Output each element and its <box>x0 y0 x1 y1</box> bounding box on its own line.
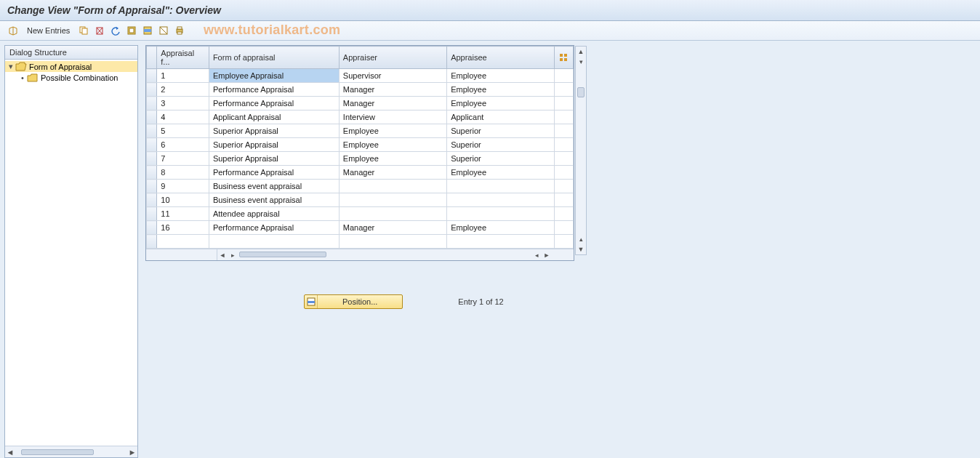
cell-form[interactable]: Business event appraisal <box>209 193 339 207</box>
table-row[interactable]: 9Business event appraisal <box>147 180 574 193</box>
table-row[interactable]: 3Performance AppraisalManagerEmployee <box>147 97 574 111</box>
col-form-of-appraisal[interactable]: Form of appraisal <box>209 47 339 69</box>
other-view-icon[interactable] <box>6 23 20 38</box>
table-row[interactable] <box>147 235 574 249</box>
tree-horizontal-scrollbar[interactable]: ◄ ► <box>5 446 137 457</box>
scroll-up-fast-icon[interactable]: ▾ <box>579 57 583 67</box>
cell-appraisee[interactable] <box>447 193 555 207</box>
cell-appraisee[interactable]: Superior <box>447 152 555 166</box>
tree-item-possible-combination[interactable]: • Possible Combination <box>5 72 137 83</box>
col-appraisee[interactable]: Appraisee <box>447 47 555 69</box>
cell-appraiser[interactable]: Manager <box>339 83 446 97</box>
position-button[interactable]: Position... <box>304 294 403 309</box>
cell-form[interactable]: Superior Appraisal <box>209 124 339 138</box>
row-selector-header[interactable] <box>147 47 157 69</box>
table-row[interactable]: 16Performance AppraisalManagerEmployee <box>147 221 574 235</box>
select-block-icon[interactable] <box>140 23 155 38</box>
table-row[interactable]: 6Superior AppraisalEmployeeSuperior <box>147 138 574 152</box>
col-appraiser[interactable]: Appraiser <box>339 47 446 69</box>
table-settings-icon[interactable] <box>555 47 574 69</box>
row-selector[interactable] <box>147 221 157 235</box>
cell-appraiser[interactable]: Supervisor <box>339 69 446 83</box>
table-row[interactable]: 4Applicant AppraisalInterviewApplicant <box>147 111 574 124</box>
row-selector[interactable] <box>147 83 157 97</box>
cell-appraisee[interactable] <box>447 180 555 193</box>
cell-appraiser[interactable]: Employee <box>339 152 446 166</box>
row-selector[interactable] <box>147 166 157 180</box>
cell-form[interactable]: Performance Appraisal <box>209 221 339 235</box>
cell-appraisee[interactable]: Employee <box>447 166 555 180</box>
cell-id[interactable]: 6 <box>157 138 209 152</box>
tree-item-form-of-appraisal[interactable]: ▾ Form of Appraisal <box>5 61 137 72</box>
deselect-all-icon[interactable] <box>156 23 171 38</box>
cell-id[interactable]: 8 <box>157 166 209 180</box>
table-row[interactable]: 1Employee AppraisalSupervisorEmployee <box>147 69 574 83</box>
cell-id[interactable]: 10 <box>157 193 209 207</box>
scroll-right-fast-icon[interactable]: ◂ <box>531 252 542 259</box>
cell-id[interactable]: 5 <box>157 124 209 138</box>
table-vertical-scrollbar[interactable]: ▲ ▾ ▴ ▼ <box>575 46 587 255</box>
cell-appraiser[interactable]: Manager <box>339 166 446 180</box>
table-row[interactable]: 7Superior AppraisalEmployeeSuperior <box>147 152 574 166</box>
cell-form[interactable]: Superior Appraisal <box>209 152 339 166</box>
table-row[interactable]: 2Performance AppraisalManagerEmployee <box>147 83 574 97</box>
table-row[interactable]: 5Superior AppraisalEmployeeSuperior <box>147 124 574 138</box>
cell-appraiser[interactable] <box>339 235 446 249</box>
row-selector[interactable] <box>147 193 157 207</box>
table-row[interactable]: 10Business event appraisal <box>147 193 574 207</box>
cell-appraiser[interactable]: Interview <box>339 111 446 124</box>
row-selector[interactable] <box>147 235 157 249</box>
scroll-right-icon[interactable]: ► <box>542 252 552 259</box>
cell-form[interactable]: Attendee appraisal <box>209 207 339 221</box>
vscroll-track[interactable] <box>576 67 586 234</box>
row-selector[interactable] <box>147 138 157 152</box>
cell-appraisee[interactable]: Superior <box>447 124 555 138</box>
vscroll-thumb[interactable] <box>577 87 585 97</box>
cell-appraisee[interactable]: Employee <box>447 69 555 83</box>
tree-collapse-icon[interactable]: ▾ <box>7 62 15 71</box>
scroll-left-icon[interactable]: ◄ <box>5 448 15 457</box>
cell-appraiser[interactable] <box>339 193 446 207</box>
cell-form[interactable]: Business event appraisal <box>209 180 339 193</box>
cell-id[interactable]: 7 <box>157 152 209 166</box>
cell-appraiser[interactable] <box>339 180 446 193</box>
cell-id[interactable]: 1 <box>157 69 209 83</box>
print-icon[interactable] <box>172 23 187 38</box>
cell-appraiser[interactable] <box>339 207 446 221</box>
row-selector[interactable] <box>147 207 157 221</box>
row-selector[interactable] <box>147 69 157 83</box>
cell-appraiser[interactable]: Manager <box>339 97 446 111</box>
row-selector[interactable] <box>147 180 157 193</box>
undo-icon[interactable] <box>108 23 123 38</box>
cell-appraiser[interactable]: Employee <box>339 124 446 138</box>
cell-form[interactable]: Performance Appraisal <box>209 83 339 97</box>
copy-as-icon[interactable] <box>76 23 91 38</box>
cell-form[interactable]: Applicant Appraisal <box>209 111 339 124</box>
cell-appraisee[interactable] <box>447 235 555 249</box>
row-selector[interactable] <box>147 124 157 138</box>
select-all-icon[interactable] <box>124 23 139 38</box>
cell-appraiser[interactable]: Manager <box>339 221 446 235</box>
cell-id[interactable]: 2 <box>157 83 209 97</box>
cell-appraisee[interactable] <box>447 207 555 221</box>
cell-id[interactable]: 4 <box>157 111 209 124</box>
scroll-down-icon[interactable]: ▼ <box>578 244 585 254</box>
row-selector[interactable] <box>147 111 157 124</box>
scroll-down-fast-icon[interactable]: ▴ <box>579 234 583 244</box>
hscroll-thumb[interactable] <box>239 252 326 257</box>
cell-form[interactable]: Employee Appraisal <box>209 69 339 83</box>
col-appraisal-f[interactable]: Appraisal f... <box>157 47 209 69</box>
cell-appraiser[interactable]: Employee <box>339 138 446 152</box>
scroll-right-icon[interactable]: ► <box>127 448 137 457</box>
cell-form[interactable] <box>209 235 339 249</box>
cell-id[interactable]: 16 <box>157 221 209 235</box>
scroll-left-icon[interactable]: ◄ <box>217 252 228 259</box>
cell-form[interactable]: Performance Appraisal <box>209 166 339 180</box>
cell-appraisee[interactable]: Employee <box>447 97 555 111</box>
row-selector[interactable] <box>147 152 157 166</box>
scroll-left-fast-icon[interactable]: ▸ <box>228 252 238 259</box>
scroll-thumb[interactable] <box>21 449 94 455</box>
cell-id[interactable] <box>157 235 209 249</box>
table-row[interactable]: 11Attendee appraisal <box>147 207 574 221</box>
cell-appraisee[interactable]: Employee <box>447 83 555 97</box>
